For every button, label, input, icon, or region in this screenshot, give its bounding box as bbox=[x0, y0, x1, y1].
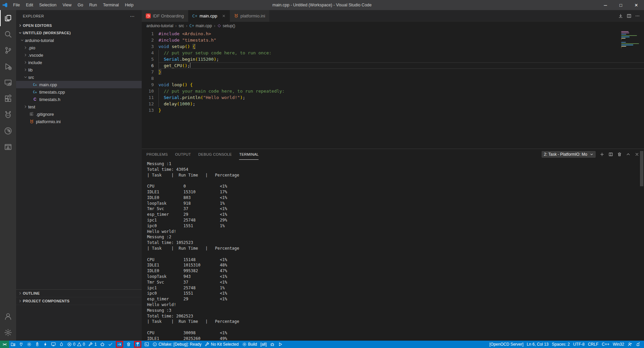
terminal-selector[interactable]: 2: Task - PlatformIO: Mo bbox=[542, 151, 596, 158]
idf-device-icon[interactable] bbox=[33, 341, 41, 348]
pio-folder-icon[interactable] bbox=[9, 341, 17, 348]
pio-serial-monitor-icon[interactable] bbox=[133, 341, 143, 348]
tree-item--gitignore[interactable]: .gitignore bbox=[16, 110, 142, 118]
code-line-3[interactable]: 3void setup() { bbox=[142, 43, 644, 50]
maximize-panel-icon[interactable] bbox=[626, 152, 631, 157]
section-outline[interactable]: OUTLINE bbox=[16, 290, 142, 297]
code-line-12[interactable]: 12 delay(1000); bbox=[142, 101, 644, 107]
split-editor-icon[interactable] bbox=[627, 13, 632, 18]
tree-item--vscode[interactable]: .vscode bbox=[16, 51, 142, 59]
tree-item-timestats-h[interactable]: Ctimestats.h bbox=[16, 96, 142, 103]
encoding-status[interactable]: UTF-8 bbox=[571, 341, 586, 348]
breadcrumb-item-setup-[interactable]: setup() bbox=[217, 23, 235, 28]
extensions-icon[interactable] bbox=[0, 91, 16, 107]
menu-help[interactable]: Help bbox=[122, 0, 137, 10]
code-line-13[interactable]: 13} bbox=[142, 107, 644, 113]
code-line-1[interactable]: 1#include <Arduino.h> bbox=[142, 31, 644, 37]
platformio-icon[interactable] bbox=[0, 107, 16, 123]
terminal-output[interactable]: Messung :1Total time: 43054| Task | Run … bbox=[142, 160, 644, 341]
build-target[interactable]: [all] bbox=[259, 341, 268, 348]
download-icon[interactable] bbox=[618, 13, 623, 18]
problems-status[interactable]: 00 bbox=[65, 341, 87, 348]
search-icon[interactable] bbox=[0, 26, 16, 42]
kit-selection[interactable]: No Kit Selected bbox=[203, 341, 240, 348]
code-line-6[interactable]: 6 get_CPU(); bbox=[142, 62, 644, 69]
indentation-status[interactable]: Spaces: 2 bbox=[550, 341, 571, 348]
launch-target-icon[interactable] bbox=[276, 341, 284, 348]
code-line-2[interactable]: 2#include "timestats.h" bbox=[142, 37, 644, 43]
code-line-9[interactable]: 9void loop() { bbox=[142, 82, 644, 88]
tab-platformio-ini[interactable]: platformio.ini bbox=[230, 10, 270, 22]
remote-explorer-icon[interactable] bbox=[0, 74, 16, 91]
code-line-10[interactable]: 10 // put your main code here, to run re… bbox=[142, 88, 644, 94]
split-terminal-icon[interactable] bbox=[608, 152, 613, 157]
menu-edit[interactable]: Edit bbox=[23, 0, 36, 10]
idf-flash-icon[interactable] bbox=[41, 341, 49, 348]
explorer-icon[interactable] bbox=[0, 10, 16, 26]
cmake-status[interactable]: CMake: [Debug]: Ready bbox=[151, 341, 203, 348]
menu-run[interactable]: Run bbox=[86, 0, 100, 10]
tree-item-test[interactable]: test bbox=[16, 103, 142, 110]
pio-clean-icon[interactable] bbox=[125, 341, 133, 348]
run-debug-icon[interactable] bbox=[0, 58, 16, 74]
cmake-icon[interactable] bbox=[0, 139, 16, 155]
idf-monitor-icon[interactable] bbox=[49, 341, 57, 348]
close-tab-icon[interactable] bbox=[222, 14, 226, 18]
tree-item--pio[interactable]: .pio bbox=[16, 44, 142, 51]
breadcrumb-item-main-cpp[interactable]: C+main.cpp bbox=[189, 23, 212, 28]
close-panel-icon[interactable] bbox=[635, 152, 639, 157]
tree-item-lib[interactable]: lib bbox=[16, 66, 142, 73]
debug-target-icon[interactable] bbox=[268, 341, 276, 348]
minimize-button[interactable]: ─ bbox=[598, 0, 613, 10]
language-mode[interactable]: C++ bbox=[600, 341, 611, 348]
cmake-build-button[interactable]: Build bbox=[240, 341, 259, 348]
idf-settings-icon[interactable] bbox=[25, 341, 33, 348]
breadcrumb-item-src[interactable]: src bbox=[179, 23, 184, 28]
section-project-components[interactable]: PROJECT COMPONENTS bbox=[16, 297, 142, 305]
workspace-section[interactable]: UNTITLED (WORKSPACE) bbox=[16, 29, 142, 37]
notifications-bell-icon[interactable] bbox=[634, 341, 642, 348]
remote-indicator[interactable]: >< bbox=[0, 341, 9, 348]
panel-tab-output[interactable]: OUTPUT bbox=[175, 149, 191, 160]
code-editor[interactable]: 1#include <Arduino.h>2#include "timestat… bbox=[142, 30, 644, 149]
menu-view[interactable]: View bbox=[59, 0, 75, 10]
breadcrumb-item-arduino-tutorial[interactable]: arduino-tutorial bbox=[146, 23, 173, 28]
menu-go[interactable]: Go bbox=[75, 0, 86, 10]
code-line-11[interactable]: 11 Serial.println("Hello world!"); bbox=[142, 94, 644, 101]
tree-item-include[interactable]: include bbox=[16, 59, 142, 66]
source-control-icon[interactable] bbox=[0, 42, 16, 58]
code-line-8[interactable]: 8 bbox=[142, 75, 644, 82]
menu-terminal[interactable]: Terminal bbox=[100, 0, 122, 10]
platform-status[interactable]: Win32 bbox=[611, 341, 626, 348]
pio-port-icon[interactable] bbox=[17, 341, 25, 348]
espressif-idf-icon[interactable] bbox=[0, 123, 16, 139]
tree-item-src[interactable]: src bbox=[16, 73, 142, 81]
pio-build-icon[interactable] bbox=[106, 341, 114, 348]
feedback-icon[interactable] bbox=[626, 341, 634, 348]
code-line-7[interactable]: 7} bbox=[142, 69, 644, 75]
panel-tab-problems[interactable]: PROBLEMS bbox=[146, 149, 168, 160]
tree-item-platformio-ini[interactable]: platformio.ini bbox=[16, 118, 142, 125]
tab-idf-onboarding[interactable]: IDF Onboarding bbox=[142, 10, 188, 22]
tab-main-cpp[interactable]: C+main.cpp bbox=[188, 10, 230, 22]
pio-upload-icon[interactable] bbox=[114, 341, 125, 348]
minimap[interactable] bbox=[621, 31, 641, 49]
panel-tab-terminal[interactable]: TERMINAL bbox=[239, 149, 259, 160]
openocd-server-status[interactable]: [OpenOCD Server] bbox=[488, 341, 525, 348]
settings-gear-icon[interactable] bbox=[0, 325, 16, 341]
more-actions-icon[interactable] bbox=[635, 13, 640, 18]
tree-item-main-cpp[interactable]: C+main.cpp bbox=[16, 81, 142, 88]
explorer-more-actions-icon[interactable]: ⋯ bbox=[130, 13, 135, 19]
pio-home-icon[interactable] bbox=[98, 341, 106, 348]
idf-erase-icon[interactable] bbox=[57, 341, 65, 348]
tree-item-arduino-tutorial[interactable]: arduino-tutorial bbox=[16, 37, 142, 44]
code-line-5[interactable]: 5 Serial.begin(115200); bbox=[142, 56, 644, 62]
kill-terminal-icon[interactable] bbox=[617, 152, 622, 157]
accounts-icon[interactable] bbox=[0, 308, 16, 325]
new-terminal-icon[interactable] bbox=[600, 152, 604, 157]
eol-status[interactable]: CRLF bbox=[586, 341, 600, 348]
code-line-4[interactable]: 4 // put your setup code here, to run on… bbox=[142, 50, 644, 56]
menu-file[interactable]: File bbox=[10, 0, 23, 10]
menu-selection[interactable]: Selection bbox=[36, 0, 59, 10]
terminal-scrollbar[interactable] bbox=[640, 151, 643, 186]
